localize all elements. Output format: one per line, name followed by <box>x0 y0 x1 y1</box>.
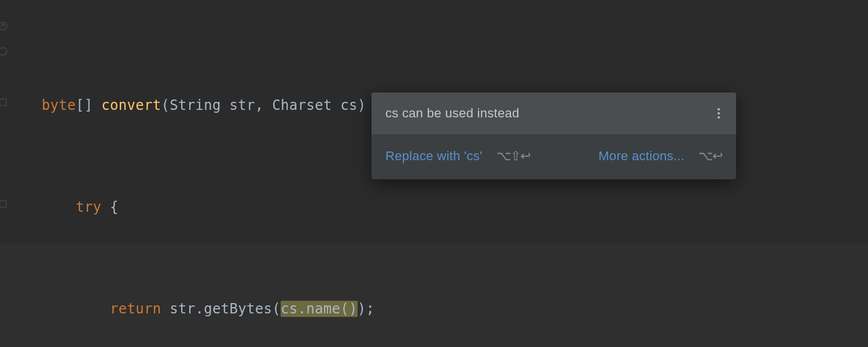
intention-popup-header: cs can be used instead <box>372 93 736 134</box>
gutter-override-icon[interactable] <box>0 199 8 209</box>
replace-action-link[interactable]: Replace with 'cs' <box>385 143 483 169</box>
intention-actions-row: Replace with 'cs' ⌥⇧↩ More actions... ⌥↩ <box>372 134 736 179</box>
shortcut-more: ⌥↩ <box>698 143 722 169</box>
paren-close-semi: ); <box>358 301 375 317</box>
method-name: convert <box>101 97 161 113</box>
param-name: cs <box>332 97 358 113</box>
code-line[interactable]: return str.getBytes(cs.name()); <box>42 296 383 322</box>
gutter <box>0 0 6 347</box>
inspection-highlight[interactable]: cs.name() <box>281 301 358 317</box>
method-call: getBytes <box>204 301 272 317</box>
brace: { <box>101 199 119 215</box>
brackets: [] <box>76 97 101 113</box>
code-editor[interactable]: byte[] convert(String str, Charset cs) {… <box>0 0 868 347</box>
svg-rect-3 <box>0 201 6 207</box>
gutter-override-icon[interactable] <box>0 21 8 31</box>
param-type: Charset <box>272 97 332 113</box>
more-icon[interactable] <box>712 106 726 120</box>
keyword-return: return <box>110 301 161 317</box>
svg-rect-2 <box>0 99 6 105</box>
param-type: String <box>170 97 221 113</box>
expr: str. <box>161 301 204 317</box>
paren-open: ( <box>161 97 170 113</box>
comma: , <box>255 97 273 113</box>
paren-open: ( <box>272 301 281 317</box>
intention-title: cs can be used instead <box>385 101 520 126</box>
keyword-type: byte <box>42 97 76 113</box>
keyword-try: try <box>76 199 101 215</box>
code-line[interactable]: try { <box>42 194 383 220</box>
param-name: str <box>221 97 255 113</box>
shortcut-primary: ⌥⇧↩ <box>496 143 530 169</box>
gutter-override-icon[interactable] <box>0 97 8 108</box>
code-block[interactable]: byte[] convert(String str, Charset cs) {… <box>42 16 383 347</box>
more-actions-link[interactable]: More actions... <box>598 143 685 169</box>
code-line[interactable]: byte[] convert(String str, Charset cs) { <box>42 93 383 118</box>
svg-point-1 <box>0 47 7 56</box>
intention-popup: cs can be used instead Replace with 'cs'… <box>372 93 736 179</box>
gutter-override-icon[interactable] <box>0 46 8 57</box>
